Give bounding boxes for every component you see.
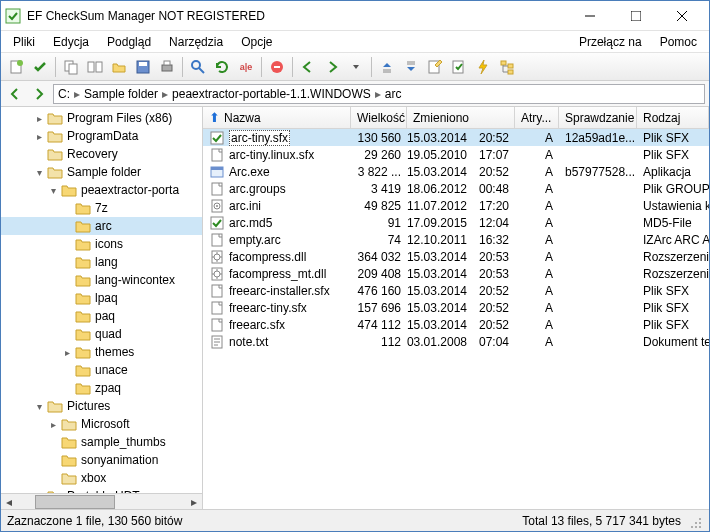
menu-view[interactable]: Podgląd bbox=[99, 33, 159, 51]
menu-help[interactable]: Pomoc bbox=[652, 33, 705, 51]
tree-toggle-icon[interactable]: ▾ bbox=[47, 184, 59, 196]
tree-node[interactable]: arc bbox=[1, 217, 203, 235]
file-row[interactable]: arc.ini49 82511.07.201217:20AUstawienia … bbox=[203, 197, 709, 214]
tb-tree-icon[interactable] bbox=[496, 56, 518, 78]
tree-toggle-icon[interactable]: ▸ bbox=[33, 112, 45, 124]
file-row[interactable]: arc.groups3 41918.06.201200:48APlik GROU… bbox=[203, 180, 709, 197]
tree-node[interactable]: ▾Sample folder bbox=[1, 163, 203, 181]
tree-node[interactable]: 7z bbox=[1, 199, 203, 217]
tree-toggle-icon[interactable] bbox=[61, 328, 73, 340]
scroll-right-icon[interactable]: ▸ bbox=[186, 494, 202, 510]
tb-new-icon[interactable] bbox=[5, 56, 27, 78]
tree-toggle-icon[interactable] bbox=[61, 202, 73, 214]
tree-toggle-icon[interactable] bbox=[61, 382, 73, 394]
tree-toggle-icon[interactable] bbox=[61, 238, 73, 250]
tree-node[interactable]: ▾peaextractor-porta bbox=[1, 181, 203, 199]
tb-save-icon[interactable] bbox=[132, 56, 154, 78]
tb-abc-icon[interactable]: a|e bbox=[235, 56, 257, 78]
tree-toggle-icon[interactable]: ▸ bbox=[47, 418, 59, 430]
tb-stop-icon[interactable] bbox=[266, 56, 288, 78]
scroll-thumb[interactable] bbox=[35, 495, 115, 509]
tree-node[interactable]: unace bbox=[1, 361, 203, 379]
breadcrumb-part-0[interactable]: Sample folder bbox=[84, 87, 158, 101]
nav-back-button[interactable] bbox=[5, 84, 25, 104]
menu-files[interactable]: Pliki bbox=[5, 33, 43, 51]
tree-node[interactable]: ▸ProgramData bbox=[1, 127, 203, 145]
file-row[interactable]: arc.md59117.09.201512:04AMD5-File bbox=[203, 214, 709, 231]
tree-toggle-icon[interactable] bbox=[33, 148, 45, 160]
breadcrumb[interactable]: C: ▸ Sample folder ▸ peaextractor-portab… bbox=[53, 84, 705, 104]
tree-toggle-icon[interactable] bbox=[61, 274, 73, 286]
menu-edit[interactable]: Edycja bbox=[45, 33, 97, 51]
breadcrumb-part-1[interactable]: peaextractor-portable-1.1.WINDOWS bbox=[172, 87, 371, 101]
col-attr[interactable]: Atry... bbox=[515, 107, 559, 128]
tb-sort-asc-icon[interactable] bbox=[376, 56, 398, 78]
folder-tree-pane[interactable]: ▸Program Files (x86)▸ProgramDataRecovery… bbox=[1, 107, 203, 509]
tb-sort-desc-icon[interactable] bbox=[400, 56, 422, 78]
tree-scrollbar-horizontal[interactable]: ◂ ▸ bbox=[1, 493, 202, 509]
minimize-button[interactable] bbox=[567, 2, 613, 30]
tree-toggle-icon[interactable] bbox=[47, 454, 59, 466]
tb-check-icon[interactable] bbox=[29, 56, 51, 78]
file-row[interactable]: arc-tiny.sfx130 56015.03.201420:52A12a59… bbox=[203, 129, 709, 146]
tree-toggle-icon[interactable] bbox=[61, 310, 73, 322]
col-kind[interactable]: Rodzaj bbox=[637, 107, 709, 128]
close-button[interactable] bbox=[659, 2, 705, 30]
file-row[interactable]: note.txt11203.01.200807:04ADokument teks… bbox=[203, 333, 709, 350]
tree-node[interactable]: ▸Program Files (x86) bbox=[1, 109, 203, 127]
breadcrumb-drive[interactable]: C: bbox=[58, 87, 70, 101]
tb-verify-icon[interactable] bbox=[448, 56, 470, 78]
col-check[interactable]: Sprawdzanie bbox=[559, 107, 637, 128]
tb-bolt-icon[interactable] bbox=[472, 56, 494, 78]
tb-refresh-icon[interactable] bbox=[211, 56, 233, 78]
tb-back-icon[interactable] bbox=[297, 56, 319, 78]
tb-forward-icon[interactable] bbox=[321, 56, 343, 78]
tb-open-icon[interactable] bbox=[108, 56, 130, 78]
tree-toggle-icon[interactable] bbox=[61, 220, 73, 232]
file-row[interactable]: facompress.dll364 03215.03.201420:53ARoz… bbox=[203, 248, 709, 265]
tree-node[interactable]: zpaq bbox=[1, 379, 203, 397]
tree-node[interactable]: ▸themes bbox=[1, 343, 203, 361]
tree-node[interactable]: lang bbox=[1, 253, 203, 271]
tree-node[interactable]: lpaq bbox=[1, 289, 203, 307]
tb-print-icon[interactable] bbox=[156, 56, 178, 78]
file-row[interactable]: freearc-tiny.sfx157 69615.03.201420:52AP… bbox=[203, 299, 709, 316]
tree-node[interactable]: quad bbox=[1, 325, 203, 343]
tree-toggle-icon[interactable] bbox=[47, 436, 59, 448]
tb-find-icon[interactable] bbox=[187, 56, 209, 78]
tree-toggle-icon[interactable]: ▾ bbox=[33, 400, 45, 412]
scroll-left-icon[interactable]: ◂ bbox=[1, 494, 17, 510]
file-row[interactable]: arc-tiny.linux.sfx29 26019.05.201017:07A… bbox=[203, 146, 709, 163]
col-size[interactable]: Wielkość bbox=[351, 107, 407, 128]
menu-switch[interactable]: Przełącz na bbox=[571, 33, 650, 51]
tb-dropdown-icon[interactable] bbox=[345, 56, 367, 78]
menu-tools[interactable]: Narzędzia bbox=[161, 33, 231, 51]
file-row[interactable]: Arc.exe3 822 ...15.03.201420:52Ab5797752… bbox=[203, 163, 709, 180]
file-row[interactable]: empty.arc7412.10.201116:32AIZArc ARC Arc… bbox=[203, 231, 709, 248]
tb-compare-icon[interactable] bbox=[84, 56, 106, 78]
tree-node[interactable]: xbox bbox=[1, 469, 203, 487]
tree-node[interactable]: icons bbox=[1, 235, 203, 253]
tree-toggle-icon[interactable]: ▾ bbox=[33, 166, 45, 178]
tree-toggle-icon[interactable] bbox=[61, 256, 73, 268]
tree-toggle-icon[interactable] bbox=[47, 472, 59, 484]
tb-copy-icon[interactable] bbox=[60, 56, 82, 78]
tree-node[interactable]: paq bbox=[1, 307, 203, 325]
tree-node[interactable]: sample_thumbs bbox=[1, 433, 203, 451]
file-row[interactable]: freearc-installer.sfx476 16015.03.201420… bbox=[203, 282, 709, 299]
file-list-body[interactable]: arc-tiny.sfx130 56015.03.201420:52A12a59… bbox=[203, 129, 709, 509]
file-row[interactable]: facompress_mt.dll209 40815.03.201420:53A… bbox=[203, 265, 709, 282]
col-name[interactable]: ⬆ Nazwa bbox=[203, 107, 351, 128]
tree-node[interactable]: ▸Microsoft bbox=[1, 415, 203, 433]
tree-node[interactable]: Recovery bbox=[1, 145, 203, 163]
tree-toggle-icon[interactable]: ▸ bbox=[33, 130, 45, 142]
menu-options[interactable]: Opcje bbox=[233, 33, 280, 51]
tree-node[interactable]: lang-wincontex bbox=[1, 271, 203, 289]
tree-toggle-icon[interactable] bbox=[61, 292, 73, 304]
tree-node[interactable]: sonyanimation bbox=[1, 451, 203, 469]
tree-node[interactable]: ▾Pictures bbox=[1, 397, 203, 415]
tree-toggle-icon[interactable] bbox=[61, 364, 73, 376]
col-modified[interactable]: Zmieniono bbox=[407, 107, 515, 128]
resize-grip-icon[interactable] bbox=[689, 514, 703, 528]
breadcrumb-part-2[interactable]: arc bbox=[385, 87, 402, 101]
